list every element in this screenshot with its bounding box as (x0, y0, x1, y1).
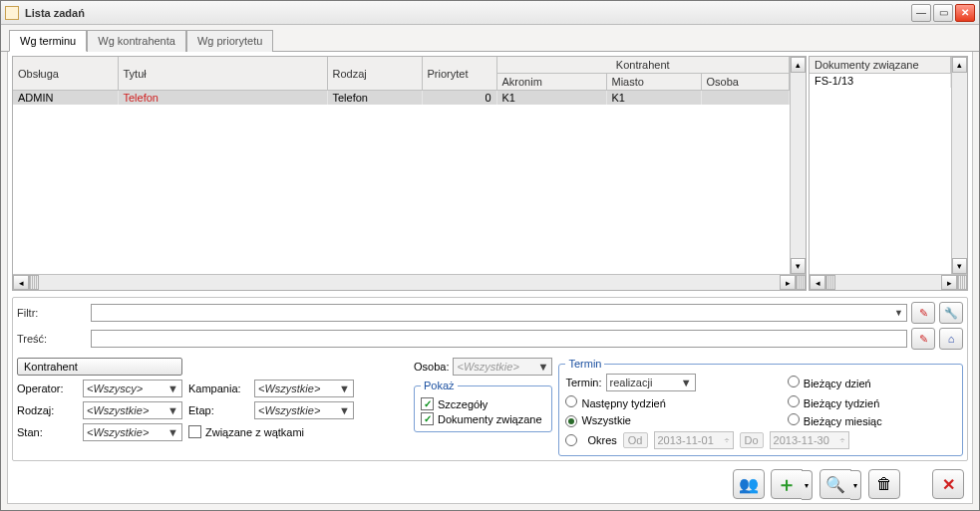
magnifier-icon: 🔍 (825, 475, 845, 494)
tresc-edit-button[interactable]: ✎ (911, 328, 935, 350)
col-dokumenty[interactable]: Dokumenty związane (810, 57, 951, 73)
close-panel-button[interactable]: ✕ (932, 469, 964, 499)
minimize-button[interactable]: — (911, 4, 931, 22)
scroll-up-icon[interactable]: ▴ (791, 57, 806, 73)
users-icon: 👥 (739, 475, 759, 494)
cell-miasto: K1 (606, 91, 701, 105)
filtr-label: Filtr: (17, 307, 87, 319)
szczegoly-label: Szczegóły (438, 398, 488, 410)
termin-label: Termin: (565, 377, 601, 388)
home-icon: ⌂ (948, 333, 955, 345)
trash-icon: 🗑 (876, 475, 892, 493)
tresc-input[interactable] (91, 330, 907, 348)
stan-label: Stan: (17, 426, 77, 438)
scroll-up-icon[interactable]: ▴ (952, 57, 967, 73)
cell-priorytet: 0 (422, 91, 496, 105)
delete-button[interactable]: 🗑 (868, 469, 900, 499)
table-row[interactable]: FS-1/13 (810, 74, 951, 88)
app-icon (5, 6, 19, 20)
col-miasto[interactable]: Miasto (606, 74, 701, 91)
tresc-home-button[interactable]: ⌂ (939, 328, 963, 350)
scroll-left-icon[interactable]: ◂ (810, 275, 825, 290)
do-date: 2013-11-30÷ (770, 431, 849, 449)
col-group-kontrahent[interactable]: Kontrahent (496, 57, 790, 74)
main-grid-body[interactable]: ADMIN Telefon Telefon 0 K1 K1 (13, 91, 790, 274)
pokaz-fieldset: Pokaż ✓Szczegóły ✓Dokumenty związane (414, 380, 552, 432)
cell-osoba (701, 91, 790, 105)
radio-okres[interactable] (565, 434, 577, 446)
tab-wg-terminu[interactable]: Wg terminu (9, 30, 87, 52)
kampania-label: Kampania: (188, 383, 248, 394)
operator-select[interactable]: <Wszyscy>▼ (83, 380, 182, 397)
szczegoly-checkbox[interactable]: ✓ (421, 397, 434, 410)
plus-icon: ＋ (777, 471, 797, 498)
window-title: Lista zadań (25, 7, 911, 19)
col-tytul[interactable]: Tytuł (118, 57, 327, 90)
search-dropdown[interactable]: ▾ (850, 470, 861, 500)
biezacy-miesiac-label: Bieżący miesiąc (804, 415, 882, 427)
main-hscroll[interactable]: ◂ ▸ (13, 274, 806, 290)
scroll-right-icon[interactable]: ▸ (780, 275, 796, 290)
close-button[interactable]: ✕ (955, 4, 975, 22)
rodzaj-label: Rodzaj: (17, 404, 77, 416)
termin-legend: Termin (565, 358, 604, 370)
add-dropdown[interactable]: ▾ (802, 470, 813, 500)
zwiazane-checkbox[interactable] (188, 425, 201, 438)
etap-select[interactable]: <Wszystkie>▼ (254, 401, 354, 419)
funnel-edit-button[interactable]: ✎ (911, 302, 935, 324)
table-row[interactable]: ADMIN Telefon Telefon 0 K1 K1 (13, 91, 790, 105)
do-label: Do (740, 432, 764, 448)
etap-label: Etap: (188, 404, 248, 416)
biezacy-dzien-label: Bieżący dzień (804, 378, 871, 389)
funnel-icon: ✎ (919, 307, 928, 320)
maximize-button[interactable]: ▭ (933, 4, 953, 22)
osoba-select: <Wszystkie>▼ (453, 358, 552, 376)
search-button[interactable]: 🔍▾ (819, 469, 851, 499)
col-rodzaj[interactable]: Rodzaj (327, 57, 422, 90)
side-vscroll[interactable]: ▴ ▾ (951, 57, 967, 274)
cell-tytul: Telefon (118, 91, 327, 105)
scroll-left-icon[interactable]: ◂ (13, 275, 29, 290)
termin-select[interactable]: realizacji▼ (606, 374, 696, 391)
add-button[interactable]: ＋▾ (771, 469, 803, 499)
dokumenty-checkbox[interactable]: ✓ (421, 412, 434, 425)
scroll-down-icon[interactable]: ▾ (952, 258, 967, 274)
tab-wg-kontrahenta[interactable]: Wg kontrahenta (87, 30, 186, 52)
od-label: Od (623, 432, 648, 448)
kontrahent-button[interactable]: Kontrahent (17, 358, 182, 376)
stan-select[interactable]: <Wszystkie>▼ (83, 423, 182, 441)
col-priorytet[interactable]: Priorytet (422, 57, 496, 90)
filtr-combo[interactable]: ▼ (91, 304, 907, 322)
tresc-label: Treść: (17, 333, 87, 345)
biezacy-tydzien-label: Bieżący tydzień (804, 397, 879, 409)
kampania-select[interactable]: <Wszystkie>▼ (254, 380, 354, 397)
col-obsluga[interactable]: Obsługa (13, 57, 118, 90)
funnel-settings-button[interactable]: 🔧 (939, 302, 963, 324)
scroll-down-icon[interactable]: ▾ (791, 258, 806, 274)
side-hscroll[interactable]: ◂ ▸ (810, 274, 967, 290)
side-grid-body[interactable]: FS-1/13 (810, 74, 951, 274)
col-osoba[interactable]: Osoba (701, 74, 790, 91)
radio-biezacy-dzien[interactable] (788, 376, 800, 387)
okres-label: Okres (587, 434, 616, 446)
radio-biezacy-tydzien[interactable] (788, 395, 800, 407)
cell-dokument: FS-1/13 (810, 74, 951, 88)
termin-fieldset: Termin Termin: realizacji▼ Bieżący dzień… (558, 358, 963, 456)
kontrahent-input[interactable] (188, 358, 408, 376)
users-button[interactable]: 👥 (733, 469, 765, 499)
radio-wszystkie[interactable] (565, 415, 577, 427)
zwiazane-label: Związane z wątkami (205, 426, 304, 438)
scroll-right-icon[interactable]: ▸ (941, 275, 957, 290)
main-vscroll[interactable]: ▴ ▾ (790, 57, 806, 274)
close-icon: ✕ (942, 475, 955, 494)
pencil-icon: ✎ (919, 333, 928, 346)
osoba-label: Osoba: (414, 361, 449, 373)
rodzaj-select[interactable]: <Wszystkie>▼ (83, 401, 182, 419)
col-akronim[interactable]: Akronim (496, 74, 606, 91)
radio-biezacy-miesiac[interactable] (788, 413, 800, 425)
nastepny-tydzien-label: Następny tydzień (581, 397, 665, 409)
tab-wg-priorytetu[interactable]: Wg priorytetu (186, 30, 273, 52)
radio-nastepny-tydzien[interactable] (565, 395, 577, 407)
wrench-icon: 🔧 (944, 307, 958, 320)
cell-obsluga: ADMIN (13, 91, 118, 105)
